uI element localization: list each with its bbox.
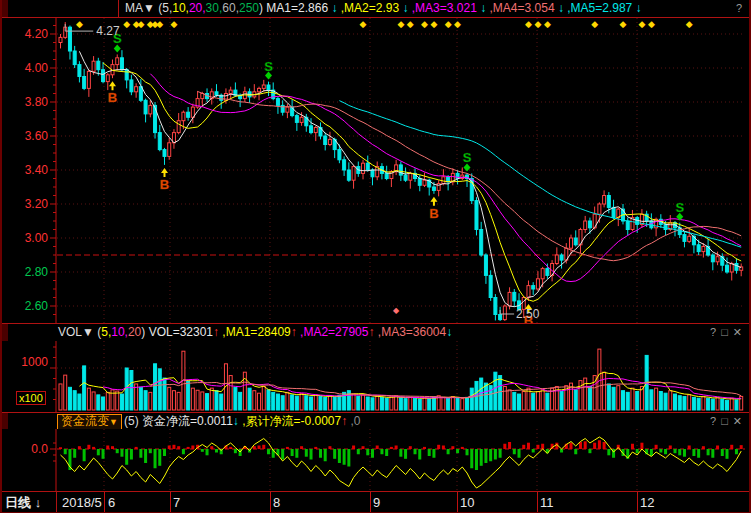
volume-chart-panel: 1000 x100 [0, 341, 751, 412]
svg-text:◆: ◆ [76, 19, 83, 29]
date-label: 7 [173, 492, 180, 513]
date-label: 2018/5 [62, 492, 102, 513]
help-icon[interactable]: ? [736, 2, 743, 14]
vol-dropdown[interactable]: VOL▼ [58, 325, 97, 339]
month-separator [270, 492, 271, 513]
ma-segment: 20, [189, 1, 206, 15]
svg-text:◆: ◆ [525, 19, 532, 29]
vol-segment: 20 [128, 325, 141, 339]
ma-segment: 60, [222, 1, 239, 15]
fund-flow-chart-panel: 0.0 [0, 429, 751, 491]
month-separator [104, 492, 105, 513]
date-label: 12 [640, 492, 654, 513]
svg-text:S: S [264, 59, 273, 74]
volume-header: VOL▼ (5,10,20) VOL=32301↑ ,MA1=28409↑ ,M… [0, 323, 751, 342]
restore-icon[interactable]: □ [721, 415, 729, 427]
month-separator [457, 492, 458, 513]
date-label: 11 [540, 492, 554, 513]
svg-text:◆: ◆ [360, 19, 367, 29]
svg-text:4.27: 4.27 [96, 24, 120, 38]
main-indicator-header: MA▼ (5,10,20,30,60,250) MA1=2.866 ↓ ,MA2… [0, 0, 751, 18]
price-axis-label: 3.80 [0, 95, 48, 109]
vol-segment: VOL=32301 [149, 325, 213, 339]
ma-segment: 30, [206, 1, 223, 15]
fund-flow-values: (5) 资金净流=0.0011↓ ,累计净流=-0.0007↑ ,0 [124, 413, 361, 430]
svg-text:◆: ◆ [123, 19, 130, 29]
ma-segment: ↓ [636, 1, 642, 15]
svg-text:◆: ◆ [397, 19, 404, 29]
ma-segment: 250 [239, 1, 259, 15]
ma-segment: ,MA5=2.987 [564, 1, 636, 15]
close-icon[interactable]: ✕ [733, 415, 743, 427]
svg-text:◆: ◆ [591, 19, 598, 29]
price-axis-label: 3.20 [0, 197, 48, 211]
svg-text:◆: ◆ [137, 19, 144, 29]
svg-text:S: S [675, 200, 684, 215]
vol-segment: ,MA3=36004 [374, 325, 446, 339]
volume-unit-badge: x100 [16, 391, 46, 405]
flow-segment: ,累计净流=-0.0007 [239, 414, 341, 428]
arrow-down-icon: ↓ [35, 495, 42, 510]
date-label: 10 [460, 492, 474, 513]
ma-segment: 5, [162, 1, 172, 15]
fund-flow-dropdown[interactable]: 资金流变▼ [57, 414, 122, 430]
vol-segment: 10, [111, 325, 128, 339]
ma-segment: ,MA4=3.054 [486, 1, 558, 15]
flow-segment: (5) [124, 414, 142, 428]
period-selector[interactable]: 日线 ↓ [0, 492, 57, 513]
vol-segment: ↓ [446, 325, 452, 339]
date-label: 9 [373, 492, 380, 513]
month-separator [370, 492, 371, 513]
svg-text:◆: ◆ [421, 19, 428, 29]
svg-text:◆: ◆ [170, 19, 177, 29]
svg-text:B: B [160, 177, 169, 192]
svg-text:◆: ◆ [534, 19, 541, 29]
month-separator [637, 492, 638, 513]
svg-text:◆: ◆ [638, 19, 645, 29]
help-icon[interactable]: ? [710, 326, 717, 338]
svg-text:B: B [429, 206, 438, 221]
ma-segment: ,MA2=2.93 [337, 1, 402, 15]
flow-segment: 资金净流=0.0011 [142, 414, 233, 428]
period-label: 日线 [5, 495, 31, 510]
month-separator [537, 492, 538, 513]
svg-text:◆: ◆ [407, 19, 414, 29]
header-divider [118, 0, 119, 17]
ma-segment: ,MA3=3.021 [408, 1, 480, 15]
restore-icon[interactable]: □ [721, 326, 729, 338]
price-chart-svg[interactable]: ◆◆◆◆◆◆◆◆◆◆◆◆◆◆◆◆◆◆◆◆◆◆◆◆BBBBSSSS4.272.50 [0, 18, 751, 323]
flow-segment: ,0 [347, 414, 360, 428]
vol-segment: 5, [101, 325, 111, 339]
svg-text:◆: ◆ [686, 19, 693, 29]
price-axis-label: 4.00 [0, 61, 48, 75]
date-label: 6 [108, 492, 115, 513]
volume-axis-label: 1000 [0, 355, 48, 369]
svg-text:◆: ◆ [620, 19, 627, 29]
price-axis-label: 4.20 [0, 27, 48, 41]
svg-text:◆: ◆ [648, 19, 655, 29]
help-icon[interactable]: ? [710, 415, 717, 427]
svg-text:S: S [463, 150, 472, 165]
price-axis-label: 2.60 [0, 299, 48, 313]
svg-text:◆: ◆ [430, 19, 437, 29]
svg-text:◆: ◆ [454, 19, 461, 29]
fund-flow-chart-svg[interactable] [0, 429, 751, 491]
date-label: 8 [273, 492, 280, 513]
close-icon[interactable]: ✕ [733, 326, 743, 338]
ma-segment: 10, [172, 1, 189, 15]
ma-indicator-values: MA▼ (5,10,20,30,60,250) MA1=2.866 ↓ ,MA2… [125, 0, 642, 17]
price-axis-label: 3.60 [0, 129, 48, 143]
price-chart-panel: ◆◆◆◆◆◆◆◆◆◆◆◆◆◆◆◆◆◆◆◆◆◆◆◆BBBBSSSS4.272.50… [0, 18, 751, 323]
vol-segment: ,MA2=27905 [297, 325, 369, 339]
volume-indicator-values: VOL▼ (5,10,20) VOL=32301↑ ,MA1=28409↑ ,M… [58, 324, 452, 341]
vol-segment: ,MA1=28409 [219, 325, 291, 339]
month-separator [170, 492, 171, 513]
volume-chart-svg[interactable] [0, 341, 751, 412]
svg-text:B: B [108, 90, 117, 105]
svg-text:2.50: 2.50 [516, 307, 540, 321]
window-border-left [0, 0, 2, 513]
date-axis-bar: 日线 ↓ 2018/56789101112 [0, 491, 751, 513]
price-axis-label: 3.40 [0, 163, 48, 177]
ma-dropdown[interactable]: MA▼ [125, 1, 158, 15]
svg-text:◆: ◆ [393, 306, 400, 315]
